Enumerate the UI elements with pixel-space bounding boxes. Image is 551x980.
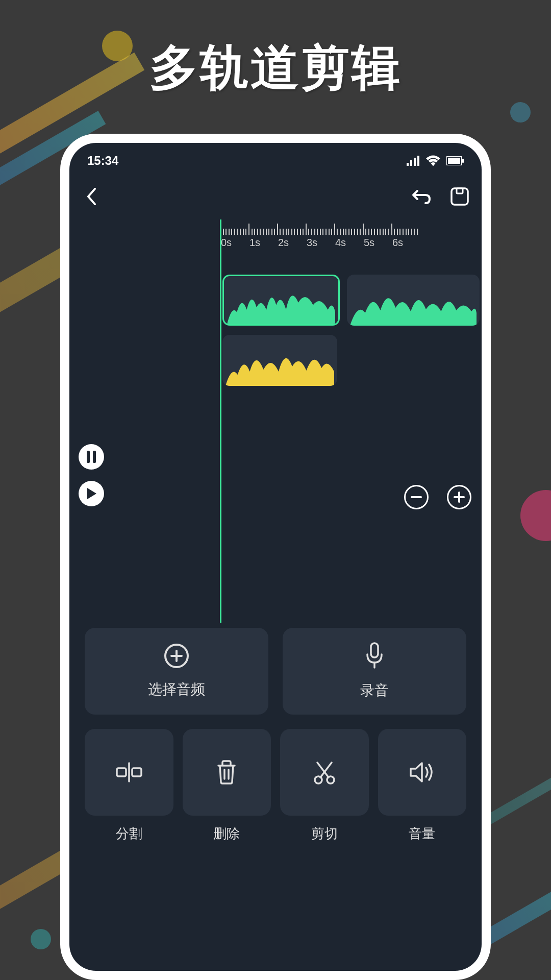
wifi-icon [426, 155, 440, 166]
status-icons [407, 155, 464, 166]
ruler-label: 1s [248, 237, 277, 249]
record-button[interactable]: 录音 [283, 628, 466, 715]
undo-button[interactable] [409, 185, 433, 208]
bg-decor [520, 490, 551, 541]
playhead[interactable] [220, 219, 221, 623]
svg-rect-17 [371, 643, 378, 657]
cut-label: 剪切 [280, 825, 369, 843]
microphone-icon [364, 642, 385, 670]
ruler-tick [417, 229, 420, 235]
svg-rect-16 [170, 655, 183, 657]
bg-decor [510, 102, 531, 122]
split-label: 分割 [85, 825, 173, 843]
minus-icon [411, 496, 422, 498]
play-button[interactable] [79, 481, 104, 506]
zoom-out-button[interactable] [404, 485, 429, 509]
undo-icon [410, 188, 432, 205]
zoom-controls [404, 485, 471, 509]
chevron-left-icon [86, 188, 96, 205]
play-icon [86, 487, 97, 500]
signal-icon [407, 156, 420, 166]
split-icon [115, 760, 143, 785]
audio-clip[interactable] [347, 275, 480, 326]
svg-rect-0 [407, 163, 409, 166]
ruler-label: 5s [363, 237, 391, 249]
bg-decor [31, 929, 51, 949]
action-row: 选择音频 录音 [69, 628, 482, 715]
scissors-icon [312, 760, 337, 785]
plus-icon [454, 492, 465, 503]
delete-label: 删除 [183, 825, 271, 843]
waveform-icon [227, 276, 335, 324]
ruler-label: 3s [306, 237, 334, 249]
svg-rect-7 [452, 188, 468, 205]
trash-icon [215, 760, 238, 785]
ruler-label: 2s [277, 237, 306, 249]
audio-clip[interactable] [222, 335, 337, 386]
volume-button[interactable] [378, 729, 467, 816]
svg-rect-10 [93, 451, 96, 463]
select-audio-label: 选择音频 [148, 680, 205, 699]
top-nav [69, 174, 482, 219]
svg-rect-3 [417, 156, 419, 166]
svg-rect-13 [454, 496, 465, 498]
svg-rect-20 [132, 768, 141, 776]
split-button[interactable] [85, 729, 173, 816]
playback-controls [79, 444, 104, 506]
audio-clip-selected[interactable] [222, 275, 340, 326]
status-time: 15:34 [87, 154, 118, 168]
tool-labels: 分割 删除 剪切 音量 [69, 825, 482, 843]
select-audio-button[interactable]: 选择音频 [85, 628, 268, 715]
waveform-icon [226, 335, 334, 386]
cut-button[interactable] [280, 729, 369, 816]
ruler-label: 0s [220, 237, 248, 249]
volume-label: 音量 [378, 825, 467, 843]
save-button[interactable] [448, 185, 471, 208]
timeline-ruler[interactable]: 0s1s2s3s4s5s6s [220, 219, 482, 260]
svg-rect-5 [448, 158, 460, 164]
track-1[interactable] [222, 275, 482, 326]
delete-button[interactable] [183, 729, 271, 816]
svg-rect-6 [462, 159, 464, 163]
svg-rect-19 [117, 768, 126, 776]
ruler-label: 4s [334, 237, 363, 249]
save-icon [450, 187, 469, 206]
waveform-icon [350, 275, 477, 326]
phone-frame: 15:34 [60, 134, 491, 980]
pause-button[interactable] [79, 444, 104, 470]
page-title: 多轨道剪辑 [0, 36, 551, 101]
record-label: 录音 [360, 681, 389, 700]
svg-rect-11 [411, 496, 422, 498]
plus-circle-icon [164, 643, 189, 669]
battery-icon [446, 156, 464, 165]
back-button[interactable] [80, 185, 103, 208]
phone-screen: 15:34 [69, 143, 482, 971]
status-bar: 15:34 [69, 143, 482, 174]
zoom-in-button[interactable] [447, 485, 471, 509]
svg-rect-2 [414, 158, 416, 166]
tracks-container [222, 275, 482, 395]
svg-rect-9 [87, 451, 90, 463]
tool-row [69, 729, 482, 816]
ruler-label: 6s [391, 237, 420, 249]
track-2[interactable] [222, 335, 482, 386]
pause-icon [86, 451, 96, 463]
svg-rect-1 [410, 160, 412, 166]
speaker-icon [409, 761, 435, 784]
editor-area[interactable]: 0s1s2s3s4s5s6s [69, 219, 482, 623]
svg-rect-8 [457, 188, 463, 193]
